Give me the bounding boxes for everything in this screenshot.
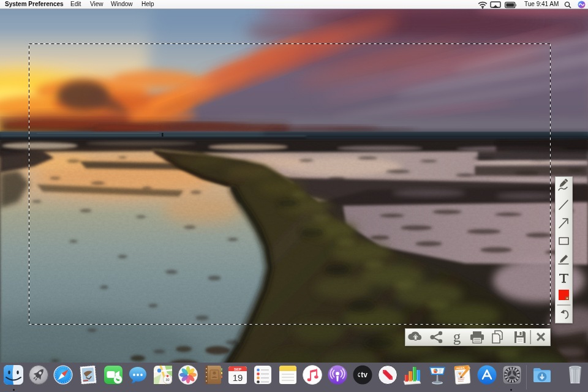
svg-text:SEP: SEP xyxy=(234,368,241,371)
svg-text:NEWS: NEWS xyxy=(456,366,465,370)
svg-text:g: g xyxy=(453,329,461,345)
svg-text:19: 19 xyxy=(233,372,243,383)
svg-text:tv: tv xyxy=(361,371,368,379)
svg-text:30: 30 xyxy=(165,378,169,382)
